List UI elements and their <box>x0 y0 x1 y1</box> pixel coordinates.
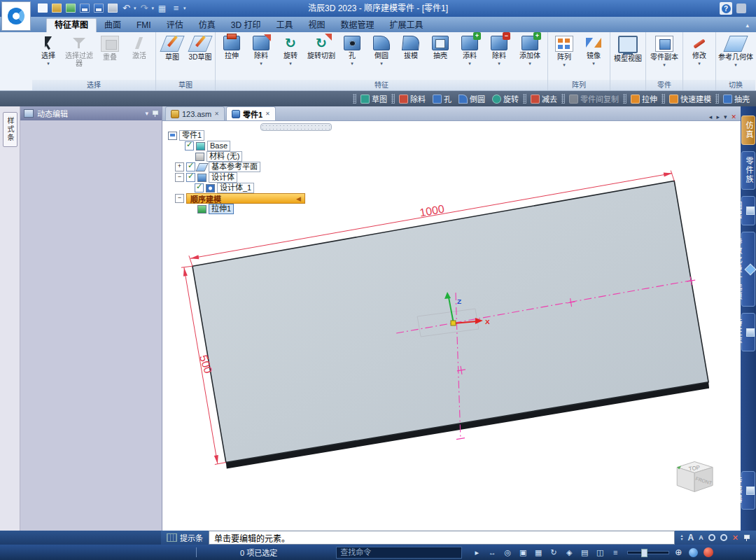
import-icon[interactable] <box>64 2 76 14</box>
quick-sketch[interactable]: 草图 <box>357 93 391 104</box>
redo-menu-icon[interactable]: ▾ <box>152 6 155 11</box>
doc-tab-assembly[interactable]: 123.asm <box>165 106 225 120</box>
select-mode-icon[interactable]: ▸ <box>472 548 482 557</box>
revolve-cut-button[interactable]: 旋转切割 <box>305 34 337 80</box>
prev-tab-icon[interactable] <box>709 113 713 120</box>
dock-tab-parametric-options[interactable]: 参数化设计选项 <box>741 232 755 307</box>
tab-feature-sketch[interactable]: 特征草图 <box>46 18 97 32</box>
add-body-button[interactable]: 添加体 <box>514 34 546 80</box>
font-increase-icon[interactable] <box>688 533 694 542</box>
quick-cut[interactable]: 除料 <box>396 93 429 104</box>
look-at-face-icon[interactable]: ◈ <box>564 548 574 557</box>
quick-rapid-modeling[interactable]: 快速建模 <box>666 93 715 104</box>
quick-extrude[interactable]: 拉伸 <box>627 93 661 104</box>
dock-tab-part-family[interactable]: 零件族 <box>741 151 755 190</box>
model-view-button[interactable]: 模型视图 <box>612 34 644 80</box>
close-document-icon[interactable] <box>731 113 736 120</box>
design-body-checkbox[interactable] <box>186 173 195 182</box>
viewport-area[interactable]: 零件1 Base 材料 (无) 基本参考 <box>162 120 741 531</box>
customize-toolbar-icon[interactable] <box>170 2 182 14</box>
dynamic-edit-body[interactable] <box>20 120 162 531</box>
toolbar-options-icon[interactable]: ▾ <box>183 6 186 11</box>
tree-row-design-body-1[interactable]: 设计体_1 <box>195 183 305 193</box>
overlap-button[interactable]: 重叠 <box>95 34 125 80</box>
tab-evaluate[interactable]: 评估 <box>159 19 191 32</box>
rollback-arrow-icon[interactable] <box>296 195 301 202</box>
close-prompt-icon[interactable] <box>732 533 738 542</box>
shell-button[interactable]: 抽壳 <box>426 34 455 80</box>
redo-icon[interactable] <box>139 2 150 14</box>
collapse-icon[interactable] <box>175 194 184 203</box>
base-checkbox[interactable] <box>185 141 194 150</box>
pin-icon[interactable] <box>152 111 158 117</box>
tab-3d-print[interactable]: 3D 打印 <box>223 19 269 32</box>
tab-simulation[interactable]: 仿真 <box>191 19 223 32</box>
plate-top-face[interactable] <box>192 181 708 463</box>
quick-shell[interactable]: 抽壳 <box>720 93 753 104</box>
tree-row-extrude-1[interactable]: 拉伸1 <box>197 204 305 214</box>
tree-root-row[interactable]: 零件1 <box>168 130 305 141</box>
tree-row-sequential[interactable]: 顺序建模 <box>175 193 305 204</box>
zoom-area-icon[interactable]: ▣ <box>518 548 528 557</box>
window-menu-icon[interactable] <box>736 4 746 13</box>
reference-geometry-button[interactable]: 参考几何体 <box>718 34 754 80</box>
tab-surface[interactable]: 曲面 <box>97 19 129 32</box>
quick-interpart-copy[interactable]: 零件间复制 <box>566 93 622 104</box>
tab-list-icon[interactable] <box>724 113 727 120</box>
collapse-icon[interactable] <box>175 173 184 182</box>
zoom-in-icon[interactable] <box>675 547 682 557</box>
pin-prompt-icon[interactable] <box>743 535 750 541</box>
activate-button[interactable]: 激活 <box>125 34 154 80</box>
display-options-icon[interactable]: ≡ <box>610 548 620 556</box>
prompt-spinner[interactable] <box>681 534 683 541</box>
tree-row-material[interactable]: 材料 (无) <box>195 151 305 162</box>
view-styles-icon[interactable]: ▤ <box>580 548 589 557</box>
sequential-modeling-bar[interactable]: 顺序建模 <box>186 193 305 204</box>
dock-tab-sensors[interactable]: 传感器 <box>741 471 755 510</box>
extrude-button[interactable]: 拉伸 <box>217 34 246 80</box>
add-material-button[interactable]: 添料 <box>455 34 484 80</box>
close-tab-icon[interactable] <box>265 111 270 117</box>
round-button[interactable]: 倒圆 <box>367 34 396 80</box>
design-body-1-checkbox[interactable] <box>195 183 204 192</box>
quick-round[interactable]: 倒圆 <box>455 93 489 104</box>
dock-tab-feature-library[interactable]: 特征库 <box>741 313 755 351</box>
save-all-icon[interactable] <box>92 2 104 14</box>
part-copy-button[interactable]: 零件副本 <box>648 34 681 80</box>
quick-hole[interactable]: 孔 <box>429 93 455 104</box>
sketch-button[interactable]: 草图 <box>158 34 187 80</box>
cut-button[interactable]: 除料 <box>246 34 276 80</box>
print-icon[interactable] <box>106 2 118 14</box>
fit-view-icon[interactable]: ▦ <box>533 548 543 557</box>
zoom-slider[interactable] <box>627 551 669 554</box>
undo-icon[interactable] <box>120 2 132 14</box>
next-tab-icon[interactable] <box>716 113 720 120</box>
style-bar-tab[interactable]: 样式条 <box>3 112 18 147</box>
collapse-ribbon-icon[interactable] <box>746 19 749 32</box>
prompt-option-icon[interactable] <box>720 534 727 541</box>
window-layout-icon[interactable]: ◫ <box>595 548 605 557</box>
dock-tab-simulation[interactable]: 仿真 <box>741 115 755 145</box>
ref-planes-checkbox[interactable] <box>186 162 195 172</box>
draft-button[interactable]: 拔模 <box>396 34 426 80</box>
tree-row-base[interactable]: Base <box>185 141 305 151</box>
new-document-icon[interactable] <box>36 2 48 14</box>
expand-icon[interactable] <box>175 162 184 172</box>
tab-data-management[interactable]: 数据管理 <box>332 19 382 32</box>
sheet-icon[interactable] <box>156 2 168 14</box>
status-indicator-red[interactable] <box>704 547 713 557</box>
hole-button[interactable]: 孔 <box>337 34 367 80</box>
undo-menu-icon[interactable]: ▾ <box>134 6 136 11</box>
font-decrease-icon[interactable] <box>699 534 704 541</box>
open-file-icon[interactable] <box>50 2 62 14</box>
tab-fmi[interactable]: FMI <box>129 19 159 32</box>
remove-material-button[interactable]: 除料 <box>484 34 514 80</box>
save-icon[interactable] <box>78 2 90 14</box>
doc-tab-part[interactable]: 零件1 <box>226 106 276 120</box>
select-button[interactable]: 选择 <box>34 34 63 80</box>
quick-revolve[interactable]: 旋转 <box>489 93 522 104</box>
modify-button[interactable]: 修改 <box>685 34 714 80</box>
revolve-button[interactable]: 旋转 <box>276 34 305 80</box>
tab-tools[interactable]: 工具 <box>268 19 300 32</box>
pattern-button[interactable]: 阵列 <box>550 34 579 80</box>
